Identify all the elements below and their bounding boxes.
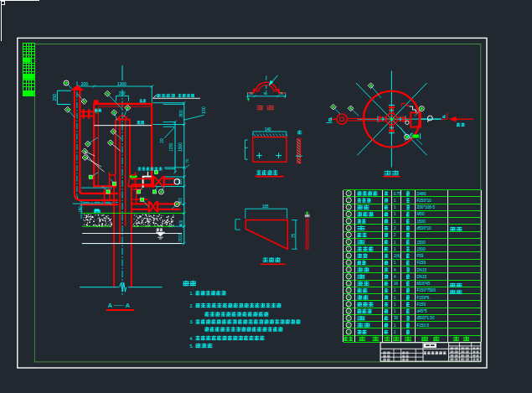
svg-text:F150-5: F150-5 bbox=[417, 323, 430, 328]
svg-text:75: 75 bbox=[292, 234, 296, 239]
svg-text:2(4): 2(4) bbox=[394, 254, 401, 258]
svg-text:20: 20 bbox=[160, 138, 164, 143]
svg-text:M16*45: M16*45 bbox=[417, 282, 431, 286]
svg-text:5.: 5. bbox=[190, 344, 194, 349]
svg-text:Z00*108-5: Z00*108-5 bbox=[417, 205, 436, 209]
svg-text:F159: F159 bbox=[417, 261, 426, 265]
svg-text:20: 20 bbox=[347, 323, 351, 327]
svg-text:F159*6: F159*6 bbox=[417, 296, 430, 300]
svg-text:25: 25 bbox=[250, 91, 254, 96]
svg-text:3.: 3. bbox=[190, 319, 194, 324]
svg-text:1300: 1300 bbox=[178, 142, 183, 152]
svg-text:3010: 3010 bbox=[178, 233, 183, 242]
svg-text:1300: 1300 bbox=[117, 81, 127, 86]
svg-text:d45*5: d45*5 bbox=[417, 309, 427, 313]
svg-text:d: d bbox=[442, 113, 446, 119]
svg-text:18: 18 bbox=[347, 309, 351, 313]
svg-text:d500*10: d500*10 bbox=[417, 226, 432, 230]
svg-text:1500: 1500 bbox=[417, 220, 426, 224]
svg-text:13: 13 bbox=[347, 274, 351, 278]
svg-text:A: A bbox=[126, 302, 130, 309]
svg-text:19: 19 bbox=[347, 316, 351, 320]
svg-text:25: 25 bbox=[280, 91, 284, 96]
svg-text:95: 95 bbox=[264, 91, 268, 96]
svg-text:0.75: 0.75 bbox=[394, 192, 401, 196]
svg-text:1.: 1. bbox=[190, 291, 194, 296]
svg-text:F159: F159 bbox=[417, 303, 426, 307]
svg-text:150: 150 bbox=[201, 106, 206, 114]
svg-text:400: 400 bbox=[179, 220, 183, 226]
svg-text:DN15: DN15 bbox=[417, 275, 427, 279]
svg-text:——: —— bbox=[114, 303, 124, 308]
svg-text:75: 75 bbox=[185, 158, 189, 163]
svg-text:15: 15 bbox=[347, 288, 351, 292]
svg-text:17: 17 bbox=[347, 303, 351, 307]
svg-text:1050: 1050 bbox=[169, 142, 173, 152]
svg-text:DN15: DN15 bbox=[417, 268, 427, 272]
svg-text:1500: 1500 bbox=[417, 247, 426, 251]
svg-text:12: 12 bbox=[347, 267, 351, 271]
svg-text:F250*10: F250*10 bbox=[417, 199, 432, 203]
svg-text:300: 300 bbox=[178, 110, 183, 117]
svg-text:140: 140 bbox=[265, 127, 271, 132]
svg-text:1500: 1500 bbox=[417, 240, 426, 245]
svg-text:250: 250 bbox=[53, 94, 57, 101]
svg-text:21: 21 bbox=[347, 330, 351, 334]
svg-text:30: 30 bbox=[394, 316, 399, 320]
svg-text:200: 200 bbox=[81, 81, 89, 86]
svg-text:d: d bbox=[328, 116, 332, 122]
svg-text:16: 16 bbox=[347, 295, 351, 299]
svg-text:4.: 4. bbox=[190, 336, 194, 341]
svg-text:M50: M50 bbox=[417, 212, 425, 216]
svg-text:200: 200 bbox=[119, 91, 126, 96]
svg-text:10: 10 bbox=[347, 254, 351, 258]
svg-text:16: 16 bbox=[394, 282, 399, 286]
svg-text:150: 150 bbox=[79, 206, 83, 213]
svg-text:D480: D480 bbox=[417, 192, 426, 196]
svg-text:165: 165 bbox=[262, 204, 269, 209]
svg-text:d500*1.50: d500*1.50 bbox=[417, 316, 435, 320]
svg-text:A: A bbox=[108, 302, 112, 309]
svg-text:F150*7500: F150*7500 bbox=[417, 288, 436, 292]
svg-text:F59: F59 bbox=[417, 254, 424, 258]
svg-text:14: 14 bbox=[347, 282, 351, 286]
svg-text:2.: 2. bbox=[190, 303, 194, 308]
